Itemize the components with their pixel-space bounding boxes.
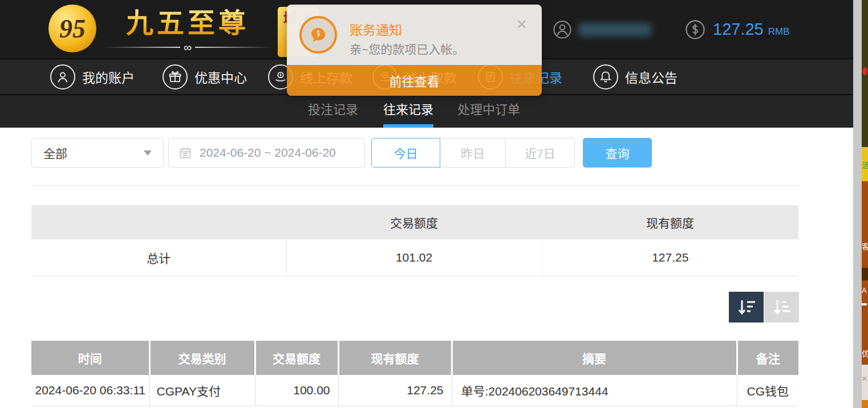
- summary-header-transaction: 交易额度: [286, 205, 542, 239]
- records-table: 时间 交易类别 交易额度 现有额度 摘要 备注 2024-06-20 06:33…: [31, 341, 798, 406]
- nav-item-promotions[interactable]: 优惠中心: [163, 59, 247, 94]
- username-redacted[interactable]: [578, 23, 651, 36]
- page: 95 九五至尊 ∞ 娱乐城 127.25 RMB: [0, 0, 868, 408]
- records-header-type: 交易类别: [149, 341, 255, 375]
- account-balance: 127.25: [713, 20, 764, 39]
- filter-bar: 全部 2024-06-20 ~ 2024-06-20 今日 昨日 近7日 查询: [0, 138, 868, 169]
- records-header-summary: 摘要: [452, 341, 737, 375]
- sort-descending-icon: [737, 299, 756, 316]
- notification-title: 账务通知: [350, 19, 402, 39]
- currency-label: RMB: [768, 26, 790, 38]
- notification-message: 亲~您的款项已入帐。: [350, 40, 464, 57]
- summary-header-empty: [31, 205, 286, 239]
- last7days-button[interactable]: 近7日: [505, 138, 575, 168]
- user-avatar-icon: [553, 21, 571, 39]
- summary-table: 交易额度 现有额度 总计 101.02 127.25: [31, 205, 798, 276]
- go-view-button[interactable]: 前往查看: [287, 65, 542, 96]
- records-header-balance: 现有额度: [338, 341, 452, 375]
- records-header-time: 时间: [31, 341, 149, 375]
- side-widget-segment: [862, 400, 868, 408]
- query-button[interactable]: 查询: [583, 138, 652, 168]
- side-widget-red-dot: [862, 67, 867, 75]
- sort-ascending-icon: [772, 299, 792, 316]
- record-type: CGPAY支付: [149, 375, 255, 406]
- table-row: 2024-06-20 06:33:11 CGPAY支付 100.00 127.2…: [31, 375, 798, 406]
- today-button[interactable]: 今日: [371, 138, 440, 168]
- close-icon[interactable]: ×: [516, 15, 527, 33]
- notification-body: 账务通知 亲~您的款项已入帐。 ×: [287, 5, 542, 65]
- gift-icon: [163, 64, 188, 89]
- summary-header-balance: 现有额度: [542, 205, 798, 239]
- date-range-value: 2024-06-20 ~ 2024-06-20: [200, 146, 336, 160]
- brand-logo-mark-icon: 95: [48, 5, 96, 52]
- tab-betting-records[interactable]: 投注记录: [308, 95, 358, 128]
- sort-ascending-button[interactable]: [764, 292, 799, 323]
- side-widget-segment: [862, 268, 868, 280]
- record-amount: 100.00: [255, 375, 338, 406]
- record-time: 2024-06-20 06:33:11: [31, 375, 149, 406]
- section-divider: [31, 185, 798, 186]
- side-widget-segment: [862, 0, 868, 147]
- record-note: CG钱包: [737, 375, 798, 406]
- side-widget-segment: ×: [862, 365, 868, 400]
- nav-item-my-account[interactable]: 我的账户: [50, 59, 135, 94]
- yesterday-button[interactable]: 昨日: [440, 138, 506, 168]
- records-header-row: 时间 交易类别 交易额度 现有额度 摘要 备注: [31, 341, 798, 375]
- vertical-scrollbar[interactable]: [853, 0, 862, 408]
- brand-name: 九五至尊: [126, 5, 249, 42]
- calendar-icon: [178, 145, 193, 160]
- side-widget-segment: A 优: [862, 280, 868, 365]
- records-header-amount: 交易额度: [255, 341, 338, 375]
- sort-button-group: [729, 292, 799, 323]
- user-area: 127.25 RMB: [553, 0, 789, 59]
- record-balance: 127.25: [338, 375, 452, 406]
- brand-logo-number: 95: [59, 14, 86, 44]
- balance-coin-icon: [686, 20, 705, 39]
- summary-total-label: 总计: [31, 239, 286, 276]
- quick-date-group: 今日 昨日 近7日: [371, 138, 575, 168]
- type-select-value: 全部: [43, 144, 67, 161]
- summary-header-row: 交易额度 现有额度: [31, 205, 798, 239]
- floating-side-widget-clipped[interactable]: 活 客 A 优 ×: [862, 0, 868, 408]
- side-widget-segment: 客: [862, 181, 868, 268]
- record-summary: 单号:202406203649713444: [452, 375, 737, 406]
- finance-message-icon: [299, 16, 337, 54]
- type-select[interactable]: 全部: [31, 138, 164, 168]
- tab-transaction-records[interactable]: 往来记录: [383, 95, 433, 128]
- sort-descending-button[interactable]: [729, 292, 764, 323]
- brand-logo[interactable]: 95 九五至尊 ∞ 娱乐城: [48, 5, 319, 57]
- records-header-note: 备注: [737, 341, 798, 375]
- nav-label: 信息公告: [625, 67, 678, 87]
- notification-popup: 账务通知 亲~您的款项已入帐。 × 前往查看: [287, 5, 542, 96]
- account-person-icon: [50, 64, 75, 89]
- side-widget-segment: 活: [862, 147, 868, 181]
- summary-total-row: 总计 101.02 127.25: [31, 239, 798, 276]
- sub-tabs: 投注记录 往来记录 处理中订单: [0, 95, 868, 128]
- nav-item-announcements[interactable]: 信息公告: [593, 59, 678, 94]
- tab-processing-orders[interactable]: 处理中订单: [457, 95, 520, 128]
- nav-label: 我的账户: [82, 67, 135, 87]
- summary-transaction-amount: 101.02: [286, 239, 542, 276]
- side-widget-dash: [862, 303, 867, 305]
- chevron-down-icon: [144, 150, 152, 156]
- nav-label: 优惠中心: [194, 67, 247, 87]
- logo-flourish-ornament: ∞: [102, 42, 273, 52]
- date-range-input[interactable]: 2024-06-20 ~ 2024-06-20: [168, 138, 365, 168]
- summary-current-balance: 127.25: [542, 239, 798, 276]
- bell-icon: [593, 64, 618, 89]
